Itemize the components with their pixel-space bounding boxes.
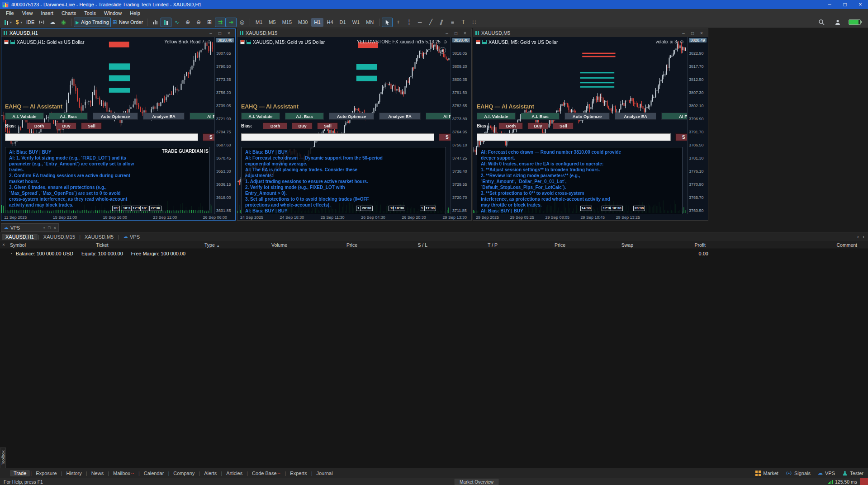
market-button[interactable]: Market xyxy=(755,471,778,476)
chart-close-button[interactable]: × xyxy=(225,31,233,36)
time-axis[interactable]: 24 Sep 202524 Sep 18:3025 Sep 11:3026 Se… xyxy=(237,214,471,220)
ai-button-a-i-bias[interactable]: A.I. Bias xyxy=(285,113,324,120)
ai-button-a-i-bias[interactable]: A.I. Bias xyxy=(49,113,88,120)
account-button[interactable] xyxy=(832,18,843,27)
bias-buy-button[interactable]: Buy xyxy=(56,122,76,129)
ai-button-a-i-validate[interactable]: A.I. Validate xyxy=(5,113,44,120)
vps-window[interactable]: ☁ VPS ▫ □ × xyxy=(1,223,59,232)
vertical-line-button[interactable]: ╎ xyxy=(403,18,414,27)
candlestick-mode-button[interactable] xyxy=(161,18,171,27)
horizontal-line-button[interactable]: ─ xyxy=(414,18,425,27)
tile-windows-button[interactable]: ⊞ xyxy=(204,18,215,27)
new-chart-button[interactable]: ▾ xyxy=(3,18,14,27)
column-header-t-p[interactable]: T / P xyxy=(430,242,500,248)
ai-send-button[interactable]: S xyxy=(203,133,214,141)
ai-button-analyze-ea[interactable]: Analyze EA xyxy=(143,113,185,120)
menu-file[interactable]: File xyxy=(2,9,18,17)
column-header-swap[interactable]: Swap xyxy=(568,242,636,248)
menu-window[interactable]: Window xyxy=(100,9,126,17)
menu-help[interactable]: Help xyxy=(126,9,144,17)
auto-scroll-button[interactable]: ⇉ xyxy=(215,18,226,27)
chart-window-titlebar[interactable]: XAUUSD,H1 – □ × xyxy=(1,29,235,37)
timeframe-m1-button[interactable]: M1 xyxy=(253,18,265,27)
quotes-mini-icon[interactable] xyxy=(4,40,9,44)
timeframe-mn-button[interactable]: MN xyxy=(363,18,376,27)
toolbox-side-tab[interactable]: Toolbox xyxy=(0,447,6,468)
channel-button[interactable]: ∥ xyxy=(436,18,447,27)
profiles-button[interactable]: $ ▾ xyxy=(14,18,24,27)
chart-minimize-button[interactable]: – xyxy=(679,31,688,36)
ide-button[interactable]: IDE xyxy=(24,18,36,27)
chart-close-button[interactable]: × xyxy=(697,31,706,36)
column-header-ticket[interactable]: Ticket xyxy=(93,242,202,248)
vps-button[interactable]: ☁ VPS xyxy=(818,470,835,476)
timeframe-h4-button[interactable]: H4 xyxy=(324,18,336,27)
chart-plot-area[interactable]: XAUUSD, M5: Gold vs US Dollar volatix ai… xyxy=(473,37,687,214)
menu-view[interactable]: View xyxy=(18,9,37,17)
ai-send-button[interactable]: S xyxy=(675,133,687,141)
column-header-volume[interactable]: Volume xyxy=(247,242,290,248)
vps-float-button[interactable]: ▫ xyxy=(43,226,45,230)
bias-both-button[interactable]: Both xyxy=(27,122,51,129)
ai-prompt-input[interactable] xyxy=(5,133,198,141)
bias-buy-button[interactable]: Buy xyxy=(292,122,313,129)
chart-tab-xauusd-h1[interactable]: XAUUSD,H1 xyxy=(2,234,38,240)
chart-mini-icon[interactable] xyxy=(482,40,487,44)
algo-trading-button[interactable]: ▶ Algo Trading xyxy=(74,18,110,27)
toolbox-tab-mailbox[interactable]: Mailbox▪▪ xyxy=(109,470,138,476)
chart-window-titlebar[interactable]: XAUUSD,M5 – □ × xyxy=(473,29,708,37)
ai-button-ai-f[interactable]: AI F xyxy=(190,113,214,120)
ai-button-a-i-bias[interactable]: A.I. Bias xyxy=(521,113,560,120)
chart-restore-button[interactable]: □ xyxy=(216,31,224,36)
fibonacci-button[interactable]: ≡ xyxy=(447,18,458,27)
chart-tab-xauusd-m15[interactable]: XAUUSD,M15 xyxy=(40,234,79,240)
time-axis[interactable]: 11 Sep 202515 Sep 21:0018 Sep 16:0023 Se… xyxy=(1,214,235,220)
chart-window-titlebar[interactable]: XAUUSD,M15 – □ × xyxy=(237,29,471,37)
line-chart-mode-button[interactable]: ∿ xyxy=(171,18,182,27)
time-axis[interactable]: 29 Sep 202529 Sep 05:2529 Sep 08:0529 Se… xyxy=(473,214,708,220)
signals-button[interactable]: Signals xyxy=(786,471,811,476)
toolbox-tab-articles[interactable]: Articles xyxy=(223,470,246,476)
chart-tab-vps[interactable]: ☁VPS xyxy=(119,233,143,240)
vps-close-button[interactable]: × xyxy=(54,226,56,230)
timeframe-d1-button[interactable]: D1 xyxy=(337,18,349,27)
bias-sell-button[interactable]: Sell xyxy=(317,122,338,129)
bias-sell-button[interactable]: Sell xyxy=(81,122,102,129)
chart-minimize-button[interactable]: – xyxy=(207,31,215,36)
restore-button[interactable]: □ xyxy=(837,0,853,9)
bias-both-button[interactable]: Both xyxy=(498,122,523,129)
tester-button[interactable]: Tester xyxy=(842,471,863,476)
ai-button-auto-optimize[interactable]: Auto Optimize xyxy=(93,113,138,120)
timeframe-m30-button[interactable]: M30 xyxy=(295,18,310,27)
ai-button-ai-f[interactable]: AI F xyxy=(661,113,687,120)
ai-button-auto-optimize[interactable]: Auto Optimize xyxy=(564,113,610,120)
vps-maximize-button[interactable]: □ xyxy=(48,226,50,230)
market-overview-panel[interactable]: Market Overview xyxy=(455,479,498,485)
ai-button-auto-optimize[interactable]: Auto Optimize xyxy=(329,113,374,120)
toolbox-tab-experts[interactable]: Experts xyxy=(286,470,310,476)
toolbox-tab-trade[interactable]: Trade xyxy=(10,470,30,476)
trendline-button[interactable]: ╱ xyxy=(425,18,436,27)
bar-chart-mode-button[interactable] xyxy=(150,18,161,27)
toolbox-tab-history[interactable]: History xyxy=(63,470,85,476)
column-header-comment[interactable]: Comment xyxy=(708,242,868,248)
timeframe-w1-button[interactable]: W1 xyxy=(350,18,363,27)
close-button[interactable]: × xyxy=(853,0,868,9)
column-header-profit[interactable]: Profit xyxy=(636,242,708,248)
latency-indicator[interactable]: 125.50 ms xyxy=(828,479,857,485)
toolbox-close-button[interactable]: × xyxy=(0,242,7,247)
menu-insert[interactable]: Insert xyxy=(37,9,57,17)
ai-prompt-input[interactable] xyxy=(241,133,434,141)
bias-both-button[interactable]: Both xyxy=(263,122,287,129)
community-button[interactable]: ◉ xyxy=(58,18,69,27)
ai-send-button[interactable]: S xyxy=(439,133,451,141)
toolbox-tab-exposure[interactable]: Exposure xyxy=(32,470,60,476)
toolbox-tab-code-base[interactable]: Code Base▪▪ xyxy=(248,470,284,476)
column-header-s-l[interactable]: S / L xyxy=(360,242,430,248)
minimize-button[interactable]: – xyxy=(822,0,837,9)
toolbox-tab-alerts[interactable]: Alerts xyxy=(200,470,220,476)
bias-buy-button[interactable]: Buy xyxy=(527,122,548,129)
quotes-mini-icon[interactable] xyxy=(240,40,245,44)
ai-button-analyze-ea[interactable]: Analyze EA xyxy=(379,113,421,120)
toolbox-tab-calendar[interactable]: Calendar xyxy=(140,470,168,476)
